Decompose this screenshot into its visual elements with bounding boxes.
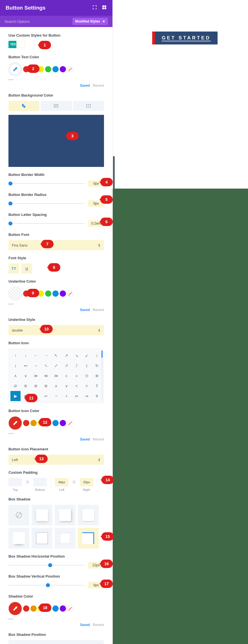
expand-icon[interactable] [92, 5, 97, 10]
icon-cell[interactable]: ≫ [51, 371, 61, 381]
swatch-none[interactable] [67, 420, 73, 426]
tab-saved[interactable]: Saved [80, 623, 90, 627]
icon-cell[interactable]: ≫ [31, 371, 41, 381]
swatch-green[interactable] [45, 66, 51, 72]
swatch[interactable] [52, 420, 59, 426]
shadow-preset[interactable] [32, 528, 52, 549]
swatch[interactable] [60, 420, 66, 426]
icon-cell[interactable]: » [72, 371, 82, 381]
toggle-custom-styles[interactable]: YES [8, 41, 25, 48]
tab-recent[interactable]: Recent [93, 308, 104, 312]
scrollbar[interactable] [113, 156, 115, 189]
icon-cell[interactable]: ↗ [61, 350, 72, 361]
icon-cell[interactable]: ⊘ [10, 381, 21, 391]
shadow-preset[interactable] [55, 528, 76, 549]
icon-cell[interactable]: ↤ [21, 361, 31, 371]
icon-cell[interactable]: ∨ [61, 381, 72, 391]
swatch[interactable] [52, 290, 59, 297]
swatch[interactable] [23, 420, 29, 426]
icon-cell[interactable]: ↻ [92, 361, 102, 371]
icon-cell[interactable]: ↩ [41, 391, 51, 401]
close-icon[interactable]: ✕ [102, 19, 105, 23]
more-icon[interactable]: ••• [8, 617, 104, 621]
icon-cell[interactable]: ⇒ [82, 391, 92, 401]
icon-cell[interactable]: ∧ [51, 381, 61, 391]
icon-cell[interactable]: ∧ [10, 371, 21, 381]
select-font[interactable]: Fira Sans ▲▼ [8, 240, 104, 250]
slider-shadow-h[interactable] [8, 565, 85, 565]
icon-cell[interactable]: ↯ [92, 391, 102, 401]
select-underline-style[interactable]: double ▲▼ [8, 325, 104, 335]
icon-cell[interactable]: < [72, 381, 82, 391]
more-icon[interactable]: ••• [8, 78, 104, 82]
link-icon[interactable]: ⛓ [72, 478, 76, 484]
icon-cell[interactable]: ⤴ [72, 361, 82, 371]
font-style-caps[interactable]: TT [8, 263, 19, 274]
preview-button[interactable]: GET STARTED [152, 32, 218, 44]
icon-cell[interactable]: → [41, 350, 51, 361]
icon-cell[interactable]: ⊛ [31, 381, 41, 391]
eyedropper-icon[interactable] [8, 62, 22, 76]
swatch[interactable] [23, 605, 29, 612]
icon-color-current[interactable] [8, 416, 22, 430]
icon-cell[interactable]: ⊚ [21, 381, 31, 391]
modified-styles-badge[interactable]: Modified Styles ✕ [72, 18, 108, 25]
slider-border-width[interactable] [8, 183, 85, 184]
shadow-preset[interactable] [55, 505, 76, 526]
slider-border-radius[interactable] [8, 203, 85, 204]
more-icon[interactable]: ••• [8, 302, 104, 306]
icon-cell[interactable]: « [61, 371, 72, 381]
bg-solid-tab[interactable] [8, 101, 39, 111]
swatch-none[interactable] [67, 290, 73, 297]
icon-cell[interactable]: ↗ [61, 361, 72, 371]
search-options[interactable]: Search Options [5, 19, 30, 24]
input-padding-bottom[interactable] [33, 478, 47, 486]
tab-saved[interactable]: Saved [80, 308, 90, 312]
slider-shadow-v[interactable] [8, 585, 85, 585]
icon-cell[interactable]: ← [31, 350, 41, 361]
shadow-preset-selected[interactable] [78, 528, 99, 549]
slider-letter-spacing[interactable] [8, 223, 85, 224]
swatch-none[interactable] [67, 66, 73, 72]
tab-saved[interactable]: Saved [80, 84, 90, 88]
font-style-underline[interactable]: U [21, 263, 32, 274]
icon-cell[interactable]: > [82, 381, 92, 391]
shadow-preset[interactable] [32, 505, 52, 526]
icon-cell[interactable]: ⇑ [92, 381, 102, 391]
shadow-preset[interactable] [8, 528, 29, 549]
swatch-blue[interactable] [52, 66, 59, 72]
swatch[interactable] [45, 290, 51, 297]
bg-image-tab[interactable] [73, 101, 104, 111]
icon-cell[interactable]: ↓ [21, 350, 31, 361]
swatch[interactable] [60, 605, 66, 612]
icon-cell[interactable]: ⤡ [41, 361, 51, 371]
icon-cell[interactable]: ↘ [72, 350, 82, 361]
more-icon[interactable]: ••• [8, 431, 104, 436]
input-padding-top[interactable] [8, 478, 22, 486]
select-icon-placement[interactable]: Left ▲▼ [8, 455, 104, 465]
swatch[interactable] [52, 605, 59, 612]
icon-cell[interactable]: ≪ [41, 371, 51, 381]
swatch-none[interactable] [67, 605, 73, 612]
icon-cell[interactable]: ⤵ [82, 361, 92, 371]
icon-cell[interactable]: ▶ [10, 391, 21, 401]
icon-cell[interactable]: ⊛ [41, 381, 51, 391]
icon-cell[interactable]: ↑ [10, 350, 21, 361]
swatch[interactable] [60, 290, 66, 297]
select-shadow-position[interactable]: Inner Shadow ▲▼ [8, 640, 104, 644]
shadow-color-current[interactable] [8, 602, 22, 615]
input-padding-right[interactable]: 20px [80, 478, 93, 486]
shadow-preset[interactable] [78, 505, 99, 526]
tab-recent[interactable]: Recent [93, 437, 104, 441]
icon-cell[interactable]: + [61, 391, 72, 401]
tab-recent[interactable]: Recent [93, 84, 104, 88]
icon-cell[interactable]: ↕ [92, 350, 102, 361]
bg-color-preview[interactable] [8, 115, 104, 167]
icon-cell[interactable]: ↨ [10, 361, 21, 371]
icon-cell[interactable]: ⊛ [92, 371, 102, 381]
swatch-purple[interactable] [60, 66, 66, 72]
icon-cell[interactable]: ↔ [31, 361, 41, 371]
tab-saved[interactable]: Saved [80, 437, 90, 441]
shadow-none[interactable] [8, 505, 29, 526]
icon-cell[interactable]: ↖ [51, 350, 61, 361]
